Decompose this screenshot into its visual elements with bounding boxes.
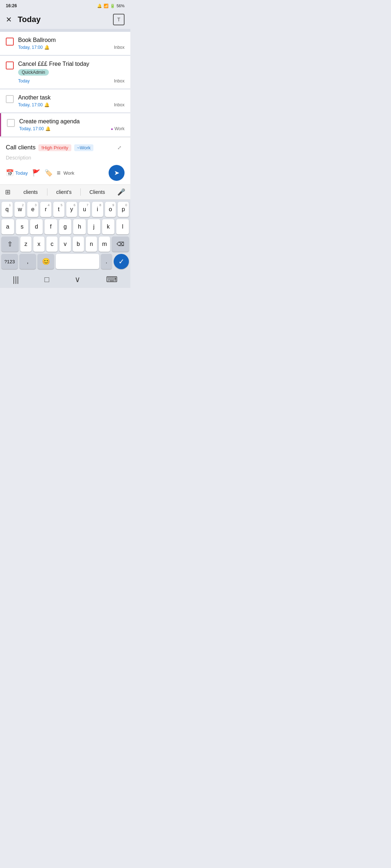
nav-back-button[interactable]: |||	[13, 275, 19, 284]
period-key[interactable]: .	[101, 254, 112, 269]
task-content: Book Ballroom Today, 17:00 🔔 Inbox	[18, 37, 125, 50]
keyboard-row-4: ?123 , 😊 . ✓	[1, 254, 129, 269]
date-action-button[interactable]: 📅 Today	[6, 169, 28, 177]
key-w[interactable]: w2	[14, 202, 26, 217]
keyboard-row-2: a s d f g h j k l	[1, 219, 129, 234]
task-item[interactable]: Another task Today, 17:00 🔔 Inbox	[0, 89, 130, 112]
key-g[interactable]: g	[59, 219, 72, 234]
key-o[interactable]: o9	[105, 202, 116, 217]
date-label: Today	[15, 170, 28, 176]
task-tag: QuickAdmin	[18, 69, 49, 76]
task-item[interactable]: Create meeting agenda Today, 17:00 🔔 Wor…	[0, 113, 130, 136]
key-i[interactable]: i8	[92, 202, 103, 217]
grid-icon[interactable]: ⊞	[1, 188, 14, 196]
task-content: Another task Today, 17:00 🔔 Inbox	[18, 94, 125, 107]
task-checkbox[interactable]	[7, 119, 15, 127]
quick-add-title: Call clients !High Priority ~Work	[6, 144, 93, 151]
task-date: Today	[18, 78, 30, 84]
comma-key[interactable]: ,	[20, 254, 36, 269]
suggestion-item[interactable]: client's	[47, 188, 80, 196]
key-r[interactable]: r4	[40, 202, 51, 217]
task-title: Another task	[18, 94, 125, 101]
task-location: Inbox	[114, 102, 125, 107]
keyboard-row-3: ⇧ z x c v b n m ⌫	[1, 237, 129, 252]
nav-keyboard-button[interactable]: ⌨	[106, 275, 118, 284]
key-m[interactable]: m	[99, 237, 110, 252]
send-icon: ➤	[114, 169, 119, 177]
key-y[interactable]: y6	[66, 202, 77, 217]
task-location: Inbox	[114, 45, 125, 50]
microphone-icon[interactable]: 🎤	[114, 188, 129, 196]
description-field[interactable]: Description	[6, 155, 125, 161]
quick-add-actions: 📅 Today 🚩 🏷️ ≡ Work ➤	[6, 165, 125, 181]
task-title: Create meeting agenda	[19, 118, 125, 125]
task-input-title[interactable]: Call clients	[6, 144, 35, 151]
alarm-icon: 🔔	[45, 126, 51, 131]
status-time: 16:26	[6, 3, 17, 8]
key-v[interactable]: v	[59, 237, 71, 252]
flag-action-button[interactable]: 🚩	[32, 169, 40, 177]
flag-icon: 🚩	[32, 169, 40, 177]
calendar-icon: 📅	[6, 169, 14, 177]
lines-icon: ≡	[57, 169, 61, 177]
task-title: Book Ballroom	[18, 37, 125, 43]
space-key[interactable]	[56, 254, 99, 269]
key-f[interactable]: f	[45, 219, 57, 234]
numbers-key[interactable]: ?123	[1, 254, 18, 269]
key-x[interactable]: x	[33, 237, 45, 252]
nav-recents-button[interactable]: ∨	[75, 275, 80, 284]
key-k[interactable]: k	[102, 219, 115, 234]
project-action-button[interactable]: ≡ Work	[57, 169, 75, 177]
task-item[interactable]: Book Ballroom Today, 17:00 🔔 Inbox	[0, 32, 130, 55]
priority-tag[interactable]: !High Priority	[38, 144, 71, 151]
task-meta: Today, 17:00 🔔 Work	[19, 126, 125, 131]
header: ✕ Today T	[0, 10, 130, 29]
key-b[interactable]: b	[73, 237, 84, 252]
key-t[interactable]: t5	[53, 202, 64, 217]
alarm-icon: 🔔	[44, 45, 50, 50]
key-c[interactable]: c	[46, 237, 58, 252]
key-z[interactable]: z	[20, 237, 31, 252]
header-left: ✕ Today	[6, 15, 41, 24]
key-j[interactable]: j	[88, 219, 100, 234]
task-checkbox[interactable]	[6, 95, 14, 103]
tag-action-button[interactable]: 🏷️	[45, 169, 52, 177]
shift-key[interactable]: ⇧	[1, 237, 18, 252]
task-checkbox[interactable]	[6, 61, 14, 69]
task-checkbox[interactable]	[6, 38, 14, 46]
key-p[interactable]: p0	[118, 202, 129, 217]
template-icon[interactable]: T	[113, 14, 125, 25]
task-item[interactable]: Cancel £££ Free Trial today QuickAdmin T…	[0, 56, 130, 89]
bottom-nav: ||| □ ∨ ⌨	[0, 272, 130, 288]
wifi-icon: 📶	[104, 4, 109, 8]
task-content: Cancel £££ Free Trial today QuickAdmin T…	[18, 61, 125, 84]
battery-icon: 🔋	[110, 4, 115, 8]
key-l[interactable]: l	[116, 219, 129, 234]
key-e[interactable]: e3	[27, 202, 38, 217]
send-button[interactable]: ➤	[109, 165, 125, 181]
emoji-key[interactable]: 😊	[38, 254, 54, 269]
key-d[interactable]: d	[30, 219, 43, 234]
close-button[interactable]: ✕	[6, 15, 12, 24]
battery-percent: 56%	[117, 4, 125, 8]
key-h[interactable]: h	[73, 219, 86, 234]
backspace-key[interactable]: ⌫	[112, 237, 129, 252]
work-tag[interactable]: ~Work	[74, 144, 94, 151]
task-location: Work	[111, 126, 125, 131]
expand-button[interactable]: ⤢	[114, 142, 125, 153]
keyboard-row-1: q1 w2 e3 r4 t5 y6 u7 i8 o9 p0	[1, 202, 129, 217]
key-n[interactable]: n	[86, 237, 97, 252]
key-q[interactable]: q1	[1, 202, 13, 217]
task-date: Today, 17:00 🔔	[19, 126, 51, 131]
quick-add-title-row: Call clients !High Priority ~Work ⤢	[6, 142, 125, 153]
key-u[interactable]: u7	[79, 202, 90, 217]
suggestion-item[interactable]: clients	[14, 188, 47, 196]
task-title: Cancel £££ Free Trial today	[18, 61, 125, 67]
project-label: Work	[63, 170, 74, 176]
phone-icon: 🔔	[97, 4, 102, 8]
key-a[interactable]: a	[1, 219, 14, 234]
key-s[interactable]: s	[16, 219, 29, 234]
nav-home-button[interactable]: □	[45, 275, 49, 284]
enter-key[interactable]: ✓	[114, 254, 129, 269]
suggestion-item[interactable]: Clients	[81, 188, 114, 196]
